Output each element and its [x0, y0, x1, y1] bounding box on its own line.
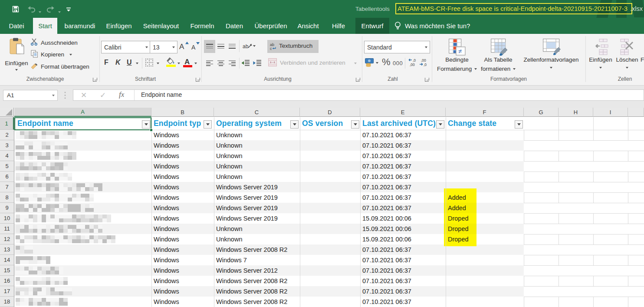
cell-a3-endpoint-name-redacted[interactable]	[16, 142, 70, 149]
font-color-dropdown-icon[interactable]	[194, 63, 197, 64]
cell-c5-operating-system[interactable]: Unknown	[216, 161, 242, 172]
alignment-dialog-launcher-icon[interactable]	[356, 77, 360, 82]
align-bottom-button[interactable]	[227, 40, 238, 53]
cell-styles-button[interactable]: Zellenformatvorlagen	[520, 37, 582, 72]
decrease-decimal-icon[interactable]: ,00 ,0	[419, 58, 429, 69]
percent-style-button[interactable]: %	[382, 56, 391, 68]
cell-a6-endpoint-name-redacted[interactable]	[16, 173, 73, 181]
cell-a9-endpoint-name-redacted[interactable]	[16, 204, 97, 212]
cell-a14-endpoint-name-redacted[interactable]	[16, 256, 53, 264]
increase-font-size-button[interactable]: A	[179, 41, 190, 52]
cell-b8-endpoint-type[interactable]: Windows	[154, 192, 179, 203]
align-center-button[interactable]	[215, 58, 227, 69]
tab-formeln[interactable]: Formeln	[187, 18, 217, 34]
cell-e18-last-archived[interactable]: 07.10.2021 06:37	[362, 297, 411, 307]
selection-fill-handle[interactable]	[150, 129, 153, 132]
cell-a2-endpoint-name-redacted[interactable]	[16, 131, 80, 139]
comma-style-button[interactable]: 000	[393, 60, 403, 66]
italic-button[interactable]: K	[115, 59, 121, 66]
row-header-1[interactable]: 1	[0, 117, 14, 130]
cell-c16-operating-system[interactable]: Windows Server 2008 R2	[216, 276, 287, 286]
row-header-7[interactable]: 7	[0, 182, 14, 192]
orientation-dropdown-icon[interactable]	[253, 45, 256, 47]
cell-a4-endpoint-name-redacted[interactable]	[16, 152, 78, 160]
cell-e14-last-archived[interactable]: 07.10.2021 06:37	[362, 255, 411, 265]
tab-hilfe[interactable]: Hilfe	[328, 18, 349, 34]
row-header-14[interactable]: 14	[0, 255, 14, 265]
cell-c18-operating-system[interactable]: Windows Server 2008 R2	[216, 297, 287, 307]
clipboard-dialog-launcher-icon[interactable]	[93, 77, 97, 82]
paste-button[interactable]: Einfügen	[3, 37, 30, 71]
cell-a12-endpoint-name-redacted[interactable]	[16, 235, 119, 243]
cell-b7-endpoint-type[interactable]: Windows	[154, 182, 179, 192]
borders-dropdown-icon[interactable]	[157, 63, 159, 64]
cell-a11-endpoint-name-redacted[interactable]	[16, 225, 103, 233]
cell-e3-last-archived[interactable]: 07.10.2021 06:37	[362, 140, 411, 151]
cell-b17-endpoint-type[interactable]: Windows	[154, 286, 179, 297]
save-icon[interactable]	[12, 6, 19, 14]
copy-icon[interactable]	[31, 50, 38, 59]
select-all-corner[interactable]	[0, 108, 14, 117]
tab-baramundi[interactable]: baramundi	[60, 18, 99, 34]
column-header-G[interactable]: G	[524, 108, 559, 117]
formula-content[interactable]: Endpoint name	[141, 91, 182, 98]
insert-cells-button[interactable]: Einfügen	[588, 37, 613, 72]
cell-b6-endpoint-type[interactable]: Windows	[154, 172, 179, 182]
tab-daten[interactable]: Daten	[222, 18, 246, 34]
increase-decimal-icon[interactable]: ,0 ,00	[408, 58, 418, 69]
cell-a18-endpoint-name-redacted[interactable]	[16, 298, 71, 306]
format-painter-button[interactable]: Format übertragen	[41, 63, 89, 70]
delete-cells-button[interactable]: Löschen	[614, 37, 640, 72]
cell-e12-last-archived[interactable]: 15.09.2021 00:06	[362, 234, 411, 244]
cell-c7-operating-system[interactable]: Windows Server 2019	[216, 182, 278, 192]
cell-a5-endpoint-name-redacted[interactable]	[16, 162, 70, 170]
align-left-button[interactable]	[204, 58, 215, 69]
enter-icon[interactable]: ✓	[100, 91, 106, 100]
formula-bar-resize-handle[interactable]	[64, 91, 66, 99]
row-header-9[interactable]: 9	[0, 203, 14, 213]
cell-b10-endpoint-type[interactable]: Windows	[154, 213, 179, 224]
align-middle-button[interactable]	[215, 40, 227, 53]
filter-button-b[interactable]	[204, 120, 212, 129]
cell-b2-endpoint-type[interactable]: Windows	[154, 130, 179, 140]
cell-c9-operating-system[interactable]: Windows Server 2019	[216, 203, 278, 213]
row-header-2[interactable]: 2	[0, 130, 14, 140]
cell-c15-operating-system[interactable]: Windows Server 2012	[216, 265, 278, 276]
cell-a13-endpoint-name-redacted[interactable]	[16, 246, 33, 254]
tab-datei[interactable]: Datei	[3, 18, 30, 34]
orientation-icon[interactable]: ab	[243, 42, 252, 52]
cell-f9-change-state[interactable]: Added	[448, 203, 466, 213]
cell-b16-endpoint-type[interactable]: Windows	[154, 276, 179, 286]
cell-c13-operating-system[interactable]: Windows Server 2008 R2	[216, 244, 287, 255]
cell-e17-last-archived[interactable]: 07.10.2021 06:37	[362, 286, 411, 297]
tab--berpr-fen[interactable]: Überprüfen	[251, 18, 291, 34]
cell-e2-last-archived[interactable]: 07.10.2021 06:37	[362, 130, 411, 140]
tell-me-box[interactable]: Was möchten Sie tun?	[394, 18, 470, 34]
cell-f10-change-state[interactable]: Droped	[448, 213, 469, 224]
cell-c12-operating-system[interactable]: Unknown	[216, 234, 242, 244]
increase-indent-icon[interactable]	[253, 59, 262, 68]
font-name-dropdown-icon[interactable]	[145, 46, 148, 48]
cell-b9-endpoint-type[interactable]: Windows	[154, 203, 179, 213]
column-header-F[interactable]: F	[446, 108, 524, 117]
format-as-table-button[interactable]: Als Tabelle formatieren	[484, 37, 513, 72]
cell-a17-endpoint-name-redacted[interactable]	[16, 287, 76, 295]
accounting-dropdown-icon[interactable]	[376, 62, 378, 64]
name-box[interactable]: A1	[3, 90, 58, 101]
font-size-combobox[interactable]: 13	[150, 41, 177, 53]
cell-a7-endpoint-name-redacted[interactable]	[16, 183, 106, 191]
cell-b13-endpoint-type[interactable]: Windows	[154, 244, 179, 255]
wrap-text-button[interactable]: ab c Textumbruch	[267, 40, 319, 53]
cell-e11-last-archived[interactable]: 15.09.2021 00:06	[362, 224, 411, 234]
cell-b3-endpoint-type[interactable]: Windows	[154, 140, 179, 151]
number-format-dropdown-icon[interactable]	[425, 46, 427, 48]
row-header-12[interactable]: 12	[0, 234, 14, 244]
cell-e6-last-archived[interactable]: 07.10.2021 06:37	[362, 172, 411, 182]
cell-e9-last-archived[interactable]: 07.10.2021 06:37	[362, 203, 411, 213]
cancel-icon[interactable]: ✕	[81, 91, 87, 100]
cell-e15-last-archived[interactable]: 07.10.2021 06:37	[362, 265, 411, 276]
copy-dropdown-icon[interactable]	[69, 54, 72, 56]
cell-b14-endpoint-type[interactable]: Windows	[154, 255, 179, 265]
row-header-5[interactable]: 5	[0, 161, 14, 172]
cell-b12-endpoint-type[interactable]: Windows	[154, 234, 179, 244]
